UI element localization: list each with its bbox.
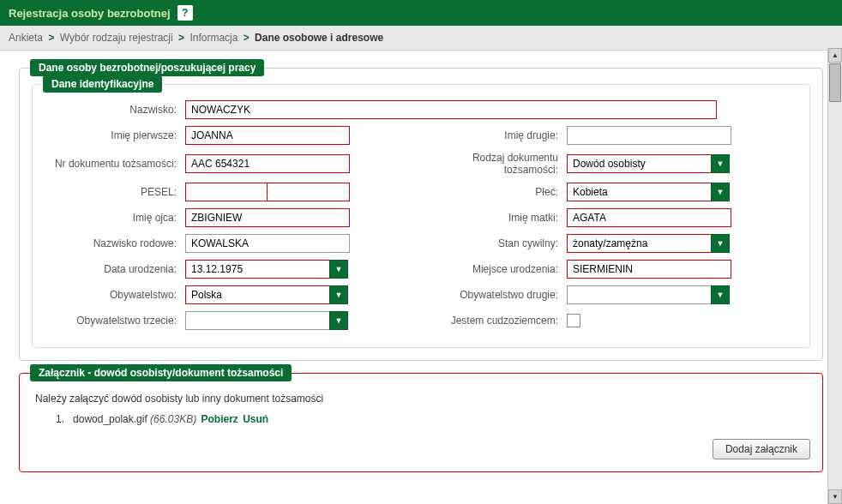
attachment-size: (66.03KB) (150, 413, 196, 425)
chevron-down-icon[interactable]: ▼ (329, 311, 348, 330)
breadcrumb-sep: > (178, 32, 184, 44)
label-imie-drugie: Imię drugie: (421, 129, 567, 141)
attachment-row: 1. dowod_polak.gif (66.03KB) Pobierz Usu… (56, 413, 810, 425)
obywatelstwo2-select[interactable] (567, 285, 711, 304)
breadcrumb-item[interactable]: Informacja (189, 32, 238, 44)
breadcrumb-sep: > (244, 32, 250, 44)
pesel-input[interactable] (185, 183, 268, 201)
label-obywatelstwo2: Obywatelstwo drugie: (421, 289, 567, 301)
label-nazwisko-rodowe: Nazwisko rodowe: (48, 237, 185, 249)
label-stan-cywilny: Stan cywilny: (421, 237, 567, 249)
scroll-up-arrow-icon[interactable]: ▲ (828, 48, 842, 63)
data-ur-input[interactable] (185, 260, 329, 279)
breadcrumb: Ankieta > Wybór rodzaju rejestracji > In… (0, 26, 842, 51)
nazwisko-rodowe-input[interactable] (185, 234, 350, 253)
chevron-down-icon[interactable]: ▼ (711, 234, 730, 253)
chevron-down-icon[interactable]: ▼ (711, 183, 730, 201)
chevron-down-icon[interactable]: ▼ (711, 154, 730, 173)
imie-ojca-input[interactable] (185, 208, 350, 227)
label-obywatelstwo3: Obywatelstwo trzecie: (48, 315, 185, 327)
nazwisko-input[interactable] (185, 100, 717, 119)
attachment-legend: Załącznik - dowód osobisty/dokument tożs… (30, 364, 292, 381)
cudzoziemiec-checkbox[interactable] (567, 314, 580, 327)
attachment-download-link[interactable]: Pobierz (201, 413, 238, 425)
label-nr-dok: Nr dokumentu tożsamości: (48, 158, 185, 170)
header-bar: Rejestracja osoby bezrobotnej ? (0, 0, 842, 26)
label-plec: Płeć: (421, 186, 567, 198)
label-nazwisko: Nazwisko: (48, 104, 185, 116)
breadcrumb-current: Dane osobowe i adresowe (255, 32, 383, 44)
label-miejsce-ur: Miejsce urodzenia: (421, 263, 567, 275)
calendar-dropdown-icon[interactable]: ▼ (329, 260, 348, 279)
attachment-filename: dowod_polak.gif (73, 413, 147, 425)
breadcrumb-item[interactable]: Ankieta (9, 32, 43, 44)
imie-matki-input[interactable] (567, 208, 731, 227)
main-fieldset: Dane osoby bezrobotnej/poszukującej prac… (19, 68, 823, 361)
attachment-index: 1. (56, 413, 64, 425)
obywatelstwo3-select[interactable] (185, 311, 329, 330)
label-pesel: PESEL: (48, 186, 185, 198)
rodzaj-dok-select[interactable] (567, 154, 711, 173)
label-data-ur: Data urodzenia: (48, 263, 185, 275)
ident-fieldset: Dane identyfikacyjne Nazwisko: Imię pier… (32, 84, 810, 348)
label-imie-ojca: Imię ojca: (48, 212, 185, 224)
label-imie-matki: Imię matki: (421, 212, 567, 224)
stan-cywilny-select[interactable] (567, 234, 711, 253)
label-obywatelstwo: Obywatelstwo: (48, 289, 185, 301)
label-cudzoziemiec: Jestem cudzoziemcem: (421, 315, 567, 327)
scroll-down-arrow-icon[interactable]: ▼ (828, 489, 842, 504)
chevron-down-icon[interactable]: ▼ (329, 285, 348, 304)
imie-pierwsze-input[interactable] (185, 126, 350, 145)
breadcrumb-item[interactable]: Wybór rodzaju rejestracji (60, 32, 173, 44)
page-title: Rejestracja osoby bezrobotnej (9, 7, 171, 20)
label-imie-pierwsze: Imię pierwsze: (48, 129, 185, 141)
nr-dok-input[interactable] (185, 154, 350, 173)
ident-legend: Dane identyfikacyjne (43, 75, 162, 93)
main-legend: Dane osoby bezrobotnej/poszukującej prac… (30, 59, 264, 76)
chevron-down-icon[interactable]: ▼ (711, 285, 730, 304)
label-rodzaj-dok: Rodzaj dokumentu tożsamości: (421, 152, 567, 176)
imie-drugie-input[interactable] (567, 126, 731, 145)
miejsce-ur-input[interactable] (567, 260, 731, 279)
attachment-instruction: Należy załączyć dowód osobisty lub inny … (35, 393, 810, 405)
vertical-scrollbar[interactable]: ▲ ▼ (827, 48, 842, 504)
help-button[interactable]: ? (177, 5, 193, 21)
obywatelstwo-select[interactable] (185, 285, 329, 304)
attachment-fieldset: Załącznik - dowód osobisty/dokument tożs… (19, 373, 823, 472)
plec-select[interactable] (567, 183, 711, 201)
scrollbar-thumb[interactable] (829, 63, 841, 102)
breadcrumb-sep: > (48, 32, 54, 44)
add-attachment-button[interactable]: Dodaj załącznik (713, 439, 810, 459)
attachment-remove-link[interactable]: Usuń (243, 413, 268, 425)
